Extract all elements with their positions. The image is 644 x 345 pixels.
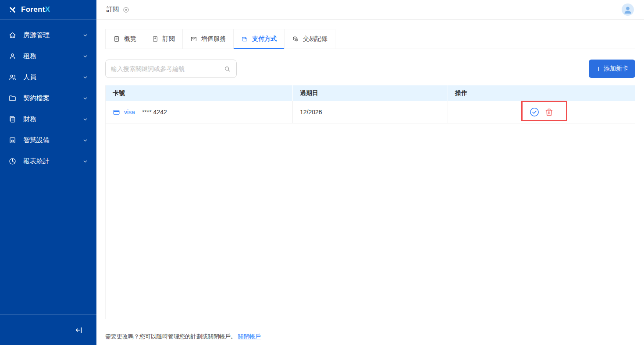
finance-docs-icon bbox=[8, 115, 17, 123]
user-icon bbox=[8, 52, 17, 60]
plus-icon bbox=[596, 66, 601, 72]
app-logo: ForentX bbox=[0, 0, 96, 20]
column-header-card-number: 卡號 bbox=[106, 85, 293, 101]
card-last4: **** 4242 bbox=[142, 109, 167, 116]
sidebar-item-label: 財務 bbox=[23, 115, 36, 123]
coins-icon bbox=[292, 35, 299, 42]
add-new-card-button[interactable]: 添加新卡 bbox=[589, 60, 635, 78]
check-circle-icon bbox=[529, 107, 540, 117]
table-row: visa **** 4242 12/2026 bbox=[106, 101, 635, 123]
home-icon bbox=[8, 31, 17, 39]
search-input[interactable] bbox=[111, 65, 224, 72]
trash-icon bbox=[544, 107, 554, 117]
chevron-down-icon bbox=[82, 53, 88, 59]
search-icon[interactable] bbox=[224, 65, 231, 73]
column-header-actions: 操作 bbox=[448, 85, 635, 101]
chevron-down-icon bbox=[82, 95, 88, 101]
table-empty-area bbox=[106, 123, 635, 319]
page-tag-subscription[interactable]: 訂閱 bbox=[107, 6, 129, 14]
credit-card-icon bbox=[113, 109, 120, 116]
chevron-down-icon bbox=[82, 32, 88, 38]
set-default-card-button[interactable] bbox=[529, 107, 540, 117]
content: 概覽 訂閱 增值服務 bbox=[96, 20, 644, 345]
sidebar-item-reports[interactable]: 報表統計 bbox=[0, 151, 96, 172]
toolbar: 添加新卡 bbox=[105, 60, 635, 78]
tab-subscription[interactable]: 訂閱 bbox=[144, 29, 183, 49]
sidebar: ForentX 房源管理 租務 bbox=[0, 0, 96, 345]
smart-device-icon bbox=[8, 136, 17, 144]
footer-text: 需要更改嗎？您可以隨時管理您的計劃或關閉帳戶。 bbox=[105, 333, 236, 340]
account-footer-note: 需要更改嗎？您可以隨時管理您的計劃或關閉帳戶。 關閉帳戶 bbox=[105, 333, 635, 341]
brand-name: ForentX bbox=[21, 5, 50, 14]
sidebar-item-label: 智慧設備 bbox=[23, 136, 50, 144]
chevron-down-icon bbox=[82, 137, 88, 143]
sidebar-item-properties[interactable]: 房源管理 bbox=[0, 25, 96, 46]
tab-bar: 概覽 訂閱 增值服務 bbox=[105, 29, 635, 49]
tab-label: 概覽 bbox=[124, 35, 136, 43]
tab-value-added-services[interactable]: 增值服務 bbox=[183, 29, 234, 49]
sidebar-item-label: 報表統計 bbox=[23, 157, 50, 165]
payment-methods-table: 卡號 過期日 操作 visa **** 4242 12/2026 bbox=[105, 85, 635, 319]
sidebar-item-contracts[interactable]: 契約檔案 bbox=[0, 88, 96, 109]
chevron-down-icon bbox=[82, 116, 88, 122]
bookmark-plus-icon bbox=[152, 35, 159, 42]
brand-logo-icon bbox=[8, 5, 17, 14]
chevron-down-icon bbox=[82, 74, 88, 80]
column-header-expiry: 過期日 bbox=[293, 85, 448, 101]
table-header: 卡號 過期日 操作 bbox=[106, 85, 635, 101]
envelope-icon bbox=[190, 35, 197, 42]
tab-label: 支付方式 bbox=[252, 35, 277, 43]
sidebar-collapse-button[interactable] bbox=[73, 324, 85, 336]
sidebar-item-label: 契約檔案 bbox=[23, 94, 50, 102]
sidebar-footer bbox=[0, 314, 96, 345]
actions-cell bbox=[448, 101, 635, 123]
avatar-person-icon bbox=[623, 4, 633, 15]
sidebar-item-label: 租務 bbox=[23, 52, 36, 60]
sidebar-item-label: 房源管理 bbox=[23, 31, 50, 39]
folder-icon bbox=[8, 94, 17, 102]
tab-overview[interactable]: 概覽 bbox=[106, 29, 144, 49]
main-area: 訂閱 bbox=[96, 0, 644, 345]
sidebar-nav: 房源管理 租務 人員 bbox=[0, 20, 96, 314]
collapse-left-icon bbox=[75, 326, 83, 334]
delete-card-button[interactable] bbox=[544, 107, 554, 117]
page-tag-label: 訂閱 bbox=[107, 6, 119, 14]
search-box bbox=[105, 60, 237, 78]
close-circle-icon bbox=[123, 7, 129, 13]
add-new-card-label: 添加新卡 bbox=[604, 65, 628, 73]
tab-label: 增值服務 bbox=[201, 35, 226, 43]
team-icon bbox=[8, 73, 17, 81]
card-number-cell: visa **** 4242 bbox=[106, 101, 293, 123]
expiry-cell: 12/2026 bbox=[293, 101, 448, 123]
chevron-down-icon bbox=[82, 158, 88, 164]
sidebar-item-label: 人員 bbox=[23, 73, 36, 81]
pie-chart-icon bbox=[8, 157, 17, 165]
wallet-icon bbox=[241, 35, 248, 42]
sidebar-item-finance[interactable]: 財務 bbox=[0, 109, 96, 130]
sidebar-item-personnel[interactable]: 人員 bbox=[0, 67, 96, 88]
tab-label: 訂閱 bbox=[163, 35, 175, 43]
tab-label: 交易記錄 bbox=[303, 35, 327, 43]
close-account-link[interactable]: 關閉帳戶 bbox=[238, 333, 261, 340]
tag-close-button[interactable] bbox=[123, 7, 129, 13]
document-icon bbox=[113, 35, 120, 42]
sidebar-item-tenancy[interactable]: 租務 bbox=[0, 46, 96, 67]
tab-transaction-history[interactable]: 交易記錄 bbox=[285, 29, 335, 49]
sidebar-item-smart-devices[interactable]: 智慧設備 bbox=[0, 130, 96, 151]
tab-payment-methods[interactable]: 支付方式 bbox=[234, 29, 285, 49]
card-brand-link[interactable]: visa bbox=[124, 109, 135, 116]
tab-group: 概覽 訂閱 增值服務 bbox=[105, 29, 335, 49]
user-avatar[interactable] bbox=[622, 4, 634, 16]
top-bar: 訂閱 bbox=[96, 0, 644, 20]
